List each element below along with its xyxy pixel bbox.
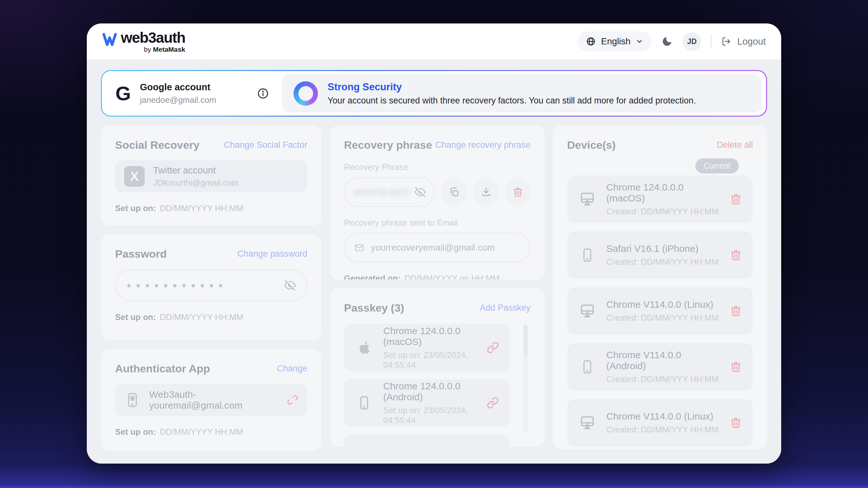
device-list: Chrome 124.0.0.0 (macOS)Created: DD/MM/Y… <box>567 175 753 447</box>
logout-icon <box>721 36 732 47</box>
passkey-item-meta: Set up on: 23/05/2024, 04:55:44 <box>383 405 477 425</box>
delete-device-button[interactable] <box>730 361 742 373</box>
smartphone-icon <box>578 359 597 375</box>
recovery-email-field[interactable]: yourrecoveryemail@gmail.com <box>344 233 530 262</box>
passkey-link-button[interactable] <box>487 341 499 354</box>
add-passkey-link[interactable]: Add Passkey <box>479 303 530 313</box>
account-info-button[interactable] <box>257 87 269 100</box>
web3auth-logo-icon <box>102 32 117 47</box>
app-window: web3auth by MetaMask English JD Logout <box>87 24 781 464</box>
smartphone-icon <box>355 395 374 411</box>
passkey-item-meta: Set up on: 23/05/2024, 04:55:44 <box>383 350 477 370</box>
smartphone-icon <box>578 247 597 263</box>
twitter-x-icon: X <box>124 166 145 187</box>
unlink-icon <box>287 394 298 406</box>
login-account-summary: G Google account janedoe@gmail.com <box>102 71 282 116</box>
passkey-item-name: Chrome 124.0.0.0 (Android) <box>383 381 477 402</box>
globe-icon <box>586 37 596 46</box>
security-status-title: Strong Security <box>328 81 696 93</box>
change-recovery-phrase-link[interactable]: Change recovery phrase <box>435 140 530 150</box>
passkey-link-button[interactable] <box>487 397 499 409</box>
authenticator-setup-line: Set up on:DD/MM/YYYY HH:MM <box>115 427 307 437</box>
moon-icon <box>661 36 673 47</box>
password-masked-value: ●●●●●●●●●●● <box>127 281 227 290</box>
passkey-scrollbar-thumb[interactable] <box>523 324 528 356</box>
change-password-link[interactable]: Change password <box>237 249 307 259</box>
device-item-name: Chrome V114.0.0 (Linux) <box>606 411 718 422</box>
delete-all-devices-link[interactable]: Delete all <box>717 140 753 150</box>
copy-phrase-button[interactable] <box>442 178 466 206</box>
brand-name: web3auth <box>121 30 185 45</box>
device-item-meta: Created: DD/MM/YYY HH:MM <box>606 374 720 384</box>
logout-label: Logout <box>737 36 766 47</box>
desktop-icon <box>578 414 597 432</box>
recovery-phrase-card: Recovery phrase Change recovery phrase R… <box>330 125 545 280</box>
delete-device-button[interactable] <box>730 305 742 317</box>
change-social-factor-link[interactable]: Change Social Factor <box>224 140 307 150</box>
toggle-password-visibility[interactable] <box>284 280 296 291</box>
change-authenticator-link[interactable]: Change <box>277 364 307 373</box>
social-recovery-card: Social Recovery Change Social Factor X T… <box>101 125 321 226</box>
brand-logo: web3auth by MetaMask <box>102 30 185 53</box>
security-strength-panel: Strong Security Your account is secured … <box>282 74 762 112</box>
avatar[interactable]: JD <box>682 32 701 51</box>
password-title: Password <box>115 248 167 260</box>
authenticator-phone-icon <box>124 392 141 408</box>
toggle-phrase-visibility[interactable] <box>415 187 426 198</box>
unlink-authenticator-button[interactable] <box>287 394 298 406</box>
chevron-down-icon <box>636 38 643 45</box>
password-card: Password Change password ●●●●●●●●●●● Set… <box>101 234 321 340</box>
desktop-icon <box>578 302 597 320</box>
mail-icon <box>354 242 365 253</box>
twitter-account-row: X Twitter account JDKmurthi@gmail.com <box>115 160 307 192</box>
account-title: Google account <box>140 82 216 93</box>
security-status-message: Your account is secured with three recov… <box>328 96 696 106</box>
recovery-phrase-obscured-value: xK4mPdL9qT2w8s <box>353 187 409 197</box>
device-item-name: Chrome V114.0.0 (Android) <box>606 350 720 371</box>
logout-button[interactable]: Logout <box>721 36 766 47</box>
page-background: { "header": { "brand": "web3auth", "byli… <box>0 0 868 488</box>
device-item: Safari V16.1 (iPhone)Created: DD/MM/YYY … <box>567 231 753 279</box>
passkey-title: Passkey (3) <box>344 302 404 314</box>
delete-phrase-button[interactable] <box>506 178 530 206</box>
device-item-name: Safari V16.1 (iPhone) <box>606 243 718 254</box>
authenticator-row: Web3auth-youremail@gmal.com <box>115 384 307 416</box>
passkey-item: Chrome 124.0.0.0 (macOS)Set up on: 23/05… <box>344 324 510 371</box>
download-phrase-button[interactable] <box>473 178 498 206</box>
device-item-meta: Created: DD/MM/YYY HH:MM <box>606 425 718 435</box>
delete-device-button[interactable] <box>730 193 742 205</box>
device-item-name: Chrome V114.0.0 (Linux) <box>606 299 718 310</box>
trash-icon <box>513 187 523 198</box>
language-label: English <box>601 36 630 46</box>
eye-off-icon <box>415 187 426 198</box>
authenticator-card: Authenticator App Change Web3auth-yourem… <box>101 349 321 451</box>
language-selector[interactable]: English <box>578 31 652 52</box>
recovery-phrase-field[interactable]: xK4mPdL9qT2w8s <box>344 177 435 207</box>
passkey-item: Rome 24.456.355.98 <box>344 434 510 447</box>
password-field[interactable]: ●●●●●●●●●●● <box>115 269 307 301</box>
security-ring-icon <box>293 81 318 106</box>
twitter-account-label: Twitter account <box>153 165 239 176</box>
devices-title: Device(s) <box>567 139 616 151</box>
twitter-account-email: JDKmurthi@gmail.com <box>153 178 239 188</box>
delete-device-button[interactable] <box>730 249 742 261</box>
passkey-scrollbar <box>523 324 528 432</box>
delete-device-button[interactable] <box>730 417 742 429</box>
device-item: Chrome V114.0.0 (Linux)Created: DD/MM/YY… <box>567 399 753 447</box>
main-content: G Google account janedoe@gmail.com Stron… <box>87 59 781 464</box>
social-recovery-title: Social Recovery <box>115 139 199 151</box>
passkey-list: Chrome 124.0.0.0 (macOS)Set up on: 23/05… <box>344 324 530 447</box>
app-header: web3auth by MetaMask English JD Logout <box>87 24 781 59</box>
account-email: janedoe@gmail.com <box>140 95 216 105</box>
device-item-meta: Created: DD/MM/YYY HH:MM <box>606 206 720 217</box>
apple-icon <box>355 338 374 357</box>
eye-off-icon <box>284 280 296 291</box>
passkey-card: Passkey (3) Add Passkey Chrome 124.0.0.0… <box>330 288 545 447</box>
social-setup-line: Set up on:DD/MM/YYYY HH:MM <box>115 203 307 213</box>
desktop-icon <box>578 190 597 208</box>
passkey-item: Chrome 124.0.0.0 (Android)Set up on: 23/… <box>344 379 510 427</box>
dark-mode-toggle[interactable] <box>661 36 673 47</box>
device-item-meta: Created: DD/MM/YYY HH:MM <box>606 257 718 267</box>
header-divider <box>711 34 711 48</box>
cards-area: Social Recovery Change Social Factor X T… <box>101 125 767 451</box>
